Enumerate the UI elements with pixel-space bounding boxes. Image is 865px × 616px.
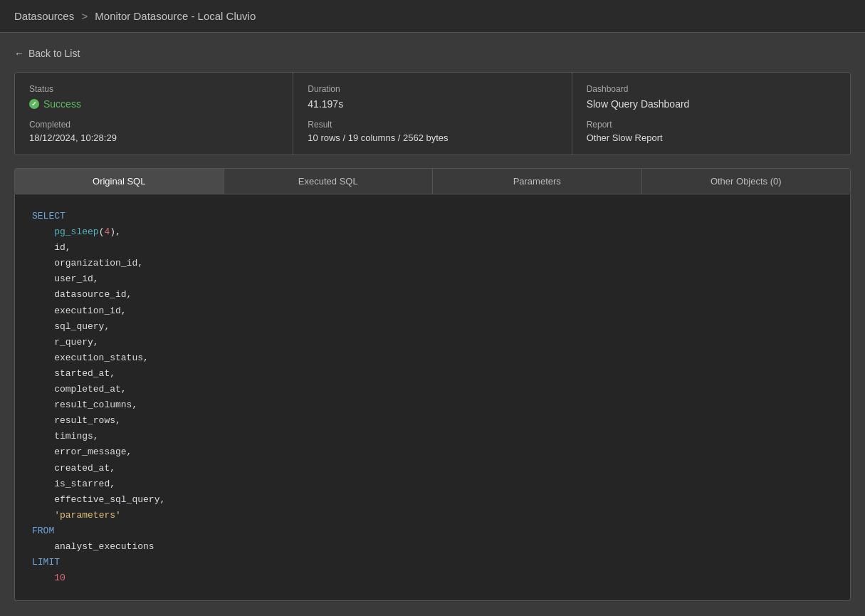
breadcrumb: Datasources > Monitor Datasource - Local… — [14, 10, 851, 22]
report-value: Other Slow Report — [587, 132, 836, 143]
result-subrow: Result 10 rows / 19 columns / 2562 bytes — [308, 120, 557, 143]
completed-subrow: Completed 18/12/2024, 10:28:29 — [29, 120, 278, 143]
completed-value: 18/12/2024, 10:28:29 — [29, 132, 278, 143]
tab-other-objects[interactable]: Other Objects (0) — [641, 168, 851, 194]
duration-label: Duration — [308, 84, 557, 94]
dashboard-card: Dashboard Slow Query Dashboard Report Ot… — [572, 73, 850, 155]
dashboard-value: Slow Query Dashboard — [587, 98, 836, 110]
status-text: Success — [43, 98, 81, 110]
duration-value: 41.197s — [308, 98, 557, 110]
back-to-list-label: Back to List — [28, 48, 80, 59]
status-label: Status — [29, 84, 278, 94]
report-subrow: Report Other Slow Report — [587, 120, 836, 143]
tab-executed-sql[interactable]: Executed SQL — [224, 168, 433, 194]
main-content: ← Back to List Status Success Completed … — [0, 33, 865, 615]
tabs-bar: Original SQL Executed SQL Parameters Oth… — [14, 168, 851, 194]
breadcrumb-separator: > — [81, 10, 88, 22]
check-icon — [29, 99, 39, 109]
tab-original-sql[interactable]: Original SQL — [14, 168, 224, 194]
status-card: Status Success Completed 18/12/2024, 10:… — [15, 73, 293, 155]
status-value: Success — [29, 98, 278, 110]
result-value: 10 rows / 19 columns / 2562 bytes — [308, 132, 557, 143]
result-label: Result — [308, 120, 557, 130]
top-bar: Datasources > Monitor Datasource - Local… — [0, 0, 865, 33]
breadcrumb-part1: Datasources — [14, 10, 74, 22]
back-arrow-icon: ← — [14, 48, 24, 59]
dashboard-label: Dashboard — [587, 84, 836, 94]
info-cards: Status Success Completed 18/12/2024, 10:… — [14, 72, 851, 155]
tab-parameters[interactable]: Parameters — [432, 168, 641, 194]
sql-code: SELECT pg_sleep(4), id, organization_id,… — [32, 209, 833, 586]
back-to-list-link[interactable]: ← Back to List — [14, 48, 80, 59]
duration-card: Duration 41.197s Result 10 rows / 19 col… — [293, 73, 572, 155]
code-panel: SELECT pg_sleep(4), id, organization_id,… — [14, 194, 851, 601]
completed-label: Completed — [29, 120, 278, 130]
report-label: Report — [587, 120, 836, 130]
breadcrumb-part2: Monitor Datasource - Local Cluvio — [95, 10, 256, 22]
